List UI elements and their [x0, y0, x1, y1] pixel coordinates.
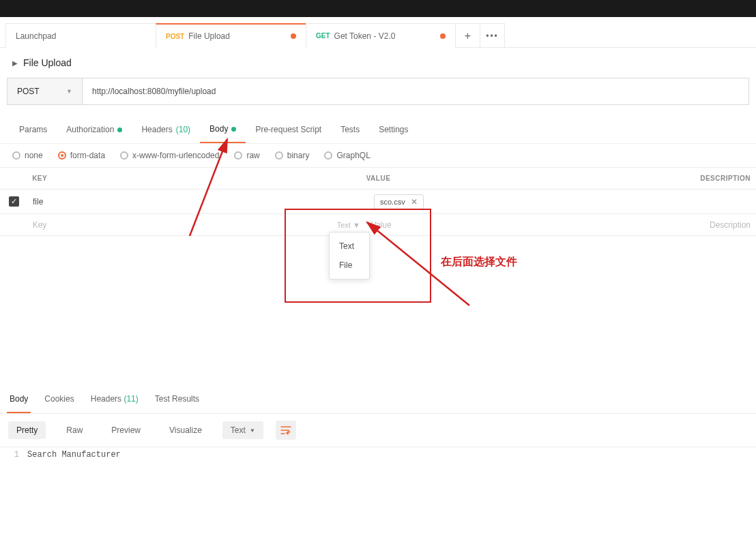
desc-cell[interactable] [710, 198, 756, 206]
unsaved-dot-icon [291, 33, 296, 39]
header-key: KEY [27, 168, 361, 189]
method-value: POST [17, 87, 40, 96]
radio-icon [120, 151, 128, 160]
tab-launchpad[interactable]: Launchpad [5, 23, 156, 48]
app-titlebar [0, 0, 756, 17]
radio-icon [324, 151, 332, 160]
view-raw[interactable]: Raw [58, 421, 91, 439]
tab-settings[interactable]: Settings [369, 117, 418, 142]
tab-file-upload[interactable]: POST File Upload [156, 23, 306, 48]
tab-get-token[interactable]: GET Get Token - V2.0 [306, 23, 456, 48]
status-dot-icon [117, 127, 122, 132]
radio-binary[interactable]: binary [275, 151, 310, 160]
tab-authorization[interactable]: Authorization [57, 117, 132, 142]
view-visualize[interactable]: Visualize [161, 421, 210, 439]
url-bar: POST ▼ http://localhost:8080/myfile/uplo… [7, 78, 749, 105]
table-row: ✓ file sco.csv ✕ [0, 190, 756, 214]
file-chip: sco.csv ✕ [374, 194, 424, 209]
remove-file-icon[interactable]: ✕ [411, 197, 418, 207]
tab-label: File Upload [188, 31, 230, 41]
formdata-table: KEY VALUE DESCRIPTION ✓ file sco.csv ✕ K… [0, 167, 756, 236]
resp-tab-headers[interactable]: Headers (11) [88, 386, 141, 413]
header-desc: DESCRIPTION [695, 168, 756, 189]
tab-method: POST [166, 33, 184, 40]
desc-cell[interactable]: Description [704, 216, 756, 234]
resp-tab-cookies[interactable]: Cookies [42, 386, 76, 413]
radio-formdata[interactable]: form-data [58, 151, 105, 160]
tab-label: Launchpad [16, 31, 56, 41]
header-value: VALUE [361, 168, 695, 189]
breadcrumb-title: File Upload [23, 57, 72, 68]
type-select[interactable]: Text ▼ [337, 221, 360, 229]
status-dot-icon [231, 127, 236, 132]
url-value: http://localhost:8080/myfile/upload [92, 87, 216, 96]
tab-tests[interactable]: Tests [331, 117, 369, 142]
dropdown-item-text[interactable]: Text [330, 237, 369, 256]
line-number: 1 [0, 450, 27, 460]
line-content: Search Manufacturer [27, 450, 121, 460]
radio-icon [58, 151, 66, 160]
file-name: sco.csv [380, 198, 405, 206]
url-input[interactable]: http://localhost:8080/myfile/upload [83, 78, 748, 104]
tab-label: Get Token - V2.0 [334, 31, 396, 41]
radio-icon [12, 151, 20, 160]
unsaved-dot-icon [440, 33, 446, 39]
radio-icon [234, 151, 242, 160]
key-cell[interactable]: Key Text ▼ [27, 216, 366, 234]
request-section-tabs: Params Authorization Headers(10) Body Pr… [0, 116, 756, 144]
chevron-down-icon: ▼ [250, 427, 255, 434]
format-select[interactable]: Text ▼ [222, 421, 263, 439]
response-body: 1 Search Manufacturer [0, 447, 756, 462]
new-tab-button[interactable]: + [456, 23, 480, 48]
tab-headers[interactable]: Headers(10) [132, 117, 200, 142]
tab-options-button[interactable]: ••• [480, 23, 505, 48]
response-tabs: Body Cookies Headers (11) Test Results [0, 386, 756, 414]
breadcrumb: ▶ File Upload [0, 48, 756, 78]
row-checkbox[interactable]: ✓ [9, 196, 19, 207]
tab-prerequest[interactable]: Pre-request Script [246, 117, 331, 142]
method-select[interactable]: POST ▼ [8, 78, 83, 104]
caret-right-icon: ▶ [12, 59, 18, 67]
tab-params[interactable]: Params [10, 117, 57, 142]
dropdown-item-file[interactable]: File [330, 256, 369, 275]
radio-icon [275, 151, 283, 160]
wrap-lines-button[interactable] [276, 421, 296, 440]
resp-tab-tests[interactable]: Test Results [152, 386, 202, 413]
radio-raw[interactable]: raw [234, 151, 259, 160]
chevron-down-icon: ▼ [353, 221, 360, 229]
radio-graphql[interactable]: GraphQL [324, 151, 370, 160]
key-placeholder: Key [33, 220, 47, 230]
body-type-radios: none form-data x-www-form-urlencoded raw… [0, 144, 756, 167]
type-dropdown: Text File [329, 232, 370, 280]
resp-tab-body[interactable]: Body [7, 386, 31, 413]
table-header: KEY VALUE DESCRIPTION [0, 167, 756, 190]
response-toolbar: Pretty Raw Preview Visualize Text ▼ [0, 414, 756, 447]
value-cell[interactable]: sco.csv ✕ [368, 190, 710, 213]
view-pretty[interactable]: Pretty [8, 421, 46, 439]
view-preview[interactable]: Preview [103, 421, 149, 439]
radio-none[interactable]: none [12, 151, 43, 160]
key-cell[interactable]: file [27, 193, 368, 211]
table-row-new: Key Text ▼ Value Description [0, 214, 756, 236]
value-cell[interactable]: Value [366, 216, 704, 234]
tab-method: GET [316, 32, 330, 40]
request-tabs: Launchpad POST File Upload GET Get Token… [0, 17, 756, 48]
annotation-text: 在后面选择文件 [441, 255, 517, 269]
tab-body[interactable]: Body [200, 116, 246, 143]
chevron-down-icon: ▼ [66, 88, 72, 95]
radio-xwww[interactable]: x-www-form-urlencoded [120, 151, 219, 160]
